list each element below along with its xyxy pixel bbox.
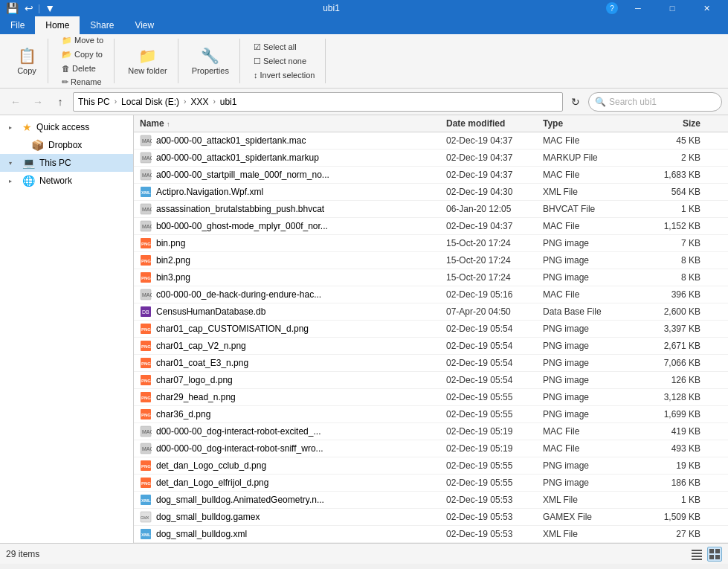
table-row[interactable]: PNG char29_head_n.png 02-Dec-19 05:55 PN… (134, 389, 728, 406)
large-icons-view-button[interactable] (707, 547, 722, 562)
address-xxx[interactable]: XXX (190, 97, 208, 107)
column-size[interactable]: Size (640, 118, 706, 129)
up-button[interactable]: ↑ (51, 92, 70, 112)
table-row[interactable]: GMX dog_small_bulldog.gamex 02-Dec-19 05… (134, 509, 728, 526)
maximize-button[interactable]: □ (655, 0, 689, 16)
column-name[interactable]: Name ↑ (134, 118, 446, 129)
file-size: 1,509 KB (640, 512, 706, 522)
column-date[interactable]: Date modified (446, 118, 543, 129)
sidebar-item-quick-access[interactable]: ▸ ★ Quick access (0, 118, 133, 136)
table-row[interactable]: PNG bin3.png 15-Oct-20 17:24 PNG image 8… (134, 269, 728, 286)
details-view-button[interactable] (689, 547, 704, 562)
table-row[interactable]: MAC a00-000-00_startpill_male_000f_norm_… (134, 167, 728, 184)
table-row[interactable]: MAC a00-000-00_attack01_spidertank.marku… (134, 150, 728, 167)
table-row[interactable]: PNG char01_coat_E3_n.png 02-Dec-19 05:54… (134, 355, 728, 372)
column-type[interactable]: Type (543, 118, 640, 129)
help-icon[interactable]: ? (606, 2, 618, 14)
file-type-icon: MAC (140, 135, 152, 147)
back-button[interactable]: ← (6, 92, 25, 112)
file-name-cell: PNG char29_head_n.png (134, 391, 446, 403)
file-size: 186 KB (640, 478, 706, 488)
search-box[interactable]: 🔍 Search ubi1 (588, 92, 722, 112)
svg-text:PNG: PNG (141, 276, 151, 280)
table-row[interactable]: MAC b00-000-00_ghost-mode_mplyr_000f_nor… (134, 218, 728, 235)
table-row[interactable]: DB CensusHumanDatabase.db 07-Apr-20 04:5… (134, 303, 728, 321)
file-list-header: Name ↑ Date modified Type Size (134, 115, 728, 132)
table-row[interactable]: PNG char01_cap_V2_n.png 02-Dec-19 05:54 … (134, 338, 728, 355)
svg-text:MAC: MAC (142, 224, 152, 229)
table-row[interactable]: MAC assassination_brutalstabbing_push.bh… (134, 201, 728, 218)
table-row[interactable]: MAC d00-000-00_dog-interact-robot-excite… (134, 423, 728, 440)
invert-selection-button[interactable]: ↕ Invert selection (249, 69, 320, 81)
copy-to-button[interactable]: 📂 Copy to (57, 48, 108, 61)
svg-text:PNG: PNG (141, 413, 151, 417)
select-all-button[interactable]: ☑ Select all (249, 41, 320, 54)
file-date: 02-Dec-19 05:54 (446, 358, 543, 368)
table-row[interactable]: PNG char07_logo_d.png 02-Dec-19 05:54 PN… (134, 372, 728, 389)
svg-text:MAC: MAC (142, 173, 152, 178)
tab-share[interactable]: Share (80, 16, 124, 34)
tab-file[interactable]: File (0, 16, 35, 34)
address-bar[interactable]: This PC › Local Disk (E:) › XXX › ubi1 (73, 92, 563, 112)
table-row[interactable]: XML dog_small_bulldog.xml 02-Dec-19 05:5… (134, 526, 728, 543)
address-bar-area: ← → ↑ This PC › Local Disk (E:) › XXX › … (0, 89, 728, 115)
table-row[interactable]: PNG det_dan_Logo_elfrijol_d.png 02-Dec-1… (134, 475, 728, 492)
address-ubi1[interactable]: ubi1 (220, 97, 237, 107)
forward-button[interactable]: → (28, 92, 48, 112)
sidebar-label-dropbox: Dropbox (48, 140, 82, 150)
table-row[interactable]: PNG char36_d.png 02-Dec-19 05:55 PNG ima… (134, 406, 728, 423)
svg-rect-63 (715, 549, 720, 553)
view-toggle (689, 547, 722, 562)
sidebar-item-this-pc[interactable]: ▾ 💻 This PC (0, 154, 133, 172)
svg-text:PNG: PNG (141, 379, 151, 383)
table-row[interactable]: MAC a00-000-00_attack01_spidertank.mac 0… (134, 132, 728, 150)
properties-button[interactable]: 🔧 Properties (187, 44, 233, 78)
file-type-label: GAMEX File (543, 512, 640, 522)
file-date: 02-Dec-19 05:16 (446, 289, 543, 300)
dropdown-icon[interactable]: ▼ (43, 2, 57, 14)
refresh-button[interactable]: ↻ (566, 92, 585, 112)
table-row[interactable]: MAC c00-000-00_de-hack-during-endure-hac… (134, 286, 728, 303)
window-title: ubi1 (59, 3, 603, 13)
sidebar-label-network: Network (39, 176, 72, 186)
move-to-button[interactable]: 📁 Move to (57, 34, 108, 47)
file-name-cell: PNG det_dan_Logo_cclub_d.png (134, 460, 446, 472)
table-row[interactable]: PNG det_dan_Logo_cclub_d.png 02-Dec-19 0… (134, 457, 728, 475)
save-icon[interactable]: 💾 (4, 2, 20, 14)
file-name-cell: XML dog_small_bulldog.xml (134, 528, 446, 540)
file-name-text: b00-000-00_ghost-mode_mplyr_000f_nor... (156, 221, 328, 231)
copy-button[interactable]: 📋 Copy (12, 44, 42, 78)
rename-button[interactable]: ✏ Rename (57, 76, 108, 89)
address-local-disk[interactable]: Local Disk (E:) (121, 97, 179, 107)
select-none-button[interactable]: ☐ Select none (249, 55, 320, 68)
file-type-label: MAC File (543, 135, 640, 146)
tab-home[interactable]: Home (35, 16, 80, 34)
address-this-pc[interactable]: This PC (78, 97, 110, 107)
tab-view[interactable]: View (124, 16, 164, 34)
file-type-label: XML File (543, 187, 640, 197)
ribbon-content: 📋 Copy 📁 Move to 📂 Copy to 🗑 Delete ✏ Re… (0, 34, 728, 88)
file-type-icon: MAC (140, 220, 152, 232)
file-type-label: PNG image (543, 238, 640, 248)
undo-icon[interactable]: ↩ (23, 2, 35, 14)
file-type-icon: MAC (140, 443, 152, 454)
sidebar-item-network[interactable]: ▸ 🌐 Network (0, 172, 133, 190)
file-type-icon: PNG (140, 254, 152, 266)
svg-text:MAC: MAC (142, 429, 152, 434)
table-row[interactable]: XML Actipro.Navigation.Wpf.xml 02-Dec-19… (134, 184, 728, 201)
file-pane: Name ↑ Date modified Type Size MAC a00-0… (134, 115, 728, 543)
minimize-button[interactable]: ─ (621, 0, 655, 16)
file-size: 8 KB (640, 255, 706, 266)
file-name-cell: PNG det_dan_Logo_elfrijol_d.png (134, 477, 446, 489)
search-icon: 🔍 (595, 97, 606, 107)
table-row[interactable]: PNG bin2.png 15-Oct-20 17:24 PNG image 8… (134, 252, 728, 269)
table-row[interactable]: MAC d00-000-00_dog-interact-robot-sniff_… (134, 440, 728, 457)
new-folder-button[interactable]: 📁 New folder (123, 44, 172, 78)
close-button[interactable]: ✕ (689, 0, 724, 16)
delete-button[interactable]: 🗑 Delete (57, 62, 108, 74)
sidebar-item-dropbox[interactable]: 📦 Dropbox (0, 136, 133, 154)
svg-rect-59 (692, 553, 702, 554)
table-row[interactable]: PNG char01_cap_CUSTOMISATION_d.png 02-De… (134, 321, 728, 338)
table-row[interactable]: PNG bin.png 15-Oct-20 17:24 PNG image 7 … (134, 235, 728, 252)
table-row[interactable]: XML dog_small_bulldog.AnimatedGeometry.n… (134, 492, 728, 509)
